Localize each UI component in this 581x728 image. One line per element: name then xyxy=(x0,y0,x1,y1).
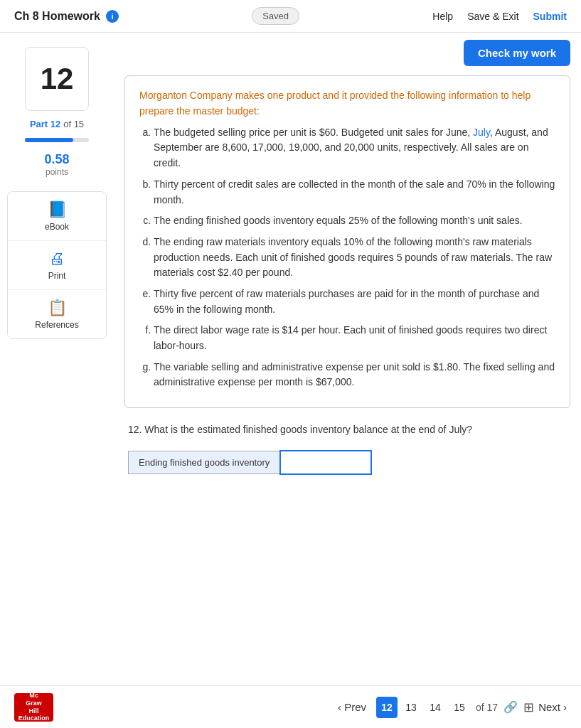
info-intro-text: Morganton Company makes one product and … xyxy=(139,90,531,117)
question-number-card: 12 xyxy=(25,47,89,111)
sidebar-tools: 📘 eBook 🖨 Print 📋 References xyxy=(7,191,107,339)
header: Ch 8 Homework i Saved Help Save & Exit S… xyxy=(0,0,581,33)
progress-bar-container xyxy=(25,138,89,142)
logo-line4: Education xyxy=(18,714,50,722)
list-item-b: Thirty percent of credit sales are colle… xyxy=(154,177,555,208)
page-12[interactable]: 12 xyxy=(376,697,398,718)
ebook-icon: 📘 xyxy=(48,200,67,219)
sidebar: 12 Part 12 of 15 0.58 points 📘 eBook 🖨 P… xyxy=(0,40,114,475)
help-link[interactable]: Help xyxy=(432,11,453,22)
ebook-tool[interactable]: 📘 eBook xyxy=(8,192,106,241)
references-tool[interactable]: 📋 References xyxy=(8,290,106,338)
ebook-label: eBook xyxy=(45,222,69,232)
list-item-d: The ending raw materials inventory equal… xyxy=(154,235,555,281)
submit-button[interactable]: Submit xyxy=(533,11,567,22)
footer-nav: Mc Graw Hill Education ‹ Prev 12 13 14 1… xyxy=(0,685,581,728)
page-15[interactable]: 15 xyxy=(449,697,470,718)
header-right: Help Save & Exit Submit xyxy=(432,11,567,22)
points-label: points xyxy=(44,167,69,177)
question-area: 12. What is the estimated finished goods… xyxy=(124,422,570,475)
logo-line3: Hill xyxy=(28,707,38,715)
nav-pages: 12 13 14 15 of 17 🔗 ⊞ xyxy=(376,697,534,718)
list-item-f: The direct labor wage rate is $14 per ho… xyxy=(154,323,555,353)
mcgraw-logo: Mc Graw Hill Education xyxy=(14,693,53,722)
list-item-a: The budgeted selling price per unit is $… xyxy=(154,125,555,171)
question-text: 12. What is the estimated finished goods… xyxy=(128,422,567,437)
progress-bar-fill xyxy=(25,138,73,142)
logo-line2: Graw xyxy=(26,700,42,707)
answer-table: Ending finished goods inventory xyxy=(128,450,567,475)
references-label: References xyxy=(35,320,78,330)
save-exit-link[interactable]: Save & Exit xyxy=(467,11,518,22)
print-tool[interactable]: 🖨 Print xyxy=(8,241,106,290)
print-label: Print xyxy=(48,271,66,281)
points-container: 0.58 points xyxy=(44,152,69,177)
list-item-c: The ending finished goods inventory equa… xyxy=(154,213,555,229)
main-layout: 12 Part 12 of 15 0.58 points 📘 eBook 🖨 P… xyxy=(0,33,581,482)
answer-input[interactable] xyxy=(279,450,372,475)
page-title: Ch 8 Homework xyxy=(14,10,100,23)
info-icon[interactable]: i xyxy=(106,10,119,23)
nav-controls: ‹ Prev 12 13 14 15 of 17 🔗 ⊞ Next › xyxy=(332,697,567,718)
logo-line1: Mc xyxy=(29,692,38,700)
list-item-g: The variable selling and administrative … xyxy=(154,360,555,390)
question-number-inline: 12 xyxy=(128,424,139,435)
saved-badge: Saved xyxy=(252,7,299,25)
info-intro: Morganton Company makes one product and … xyxy=(139,87,555,119)
content-area: Check my work Morganton Company makes on… xyxy=(114,40,581,475)
page-of: of 17 xyxy=(476,702,498,713)
part-of: of 15 xyxy=(63,119,84,129)
part-label: Part 12 xyxy=(30,119,60,129)
references-icon: 📋 xyxy=(48,299,67,317)
part-info: Part 12 of 15 xyxy=(30,118,84,129)
question-number: 12 xyxy=(41,62,74,96)
points-value: 0.58 xyxy=(44,152,69,167)
grid-icon[interactable]: ⊞ xyxy=(523,700,534,715)
prev-button[interactable]: ‹ Prev xyxy=(332,698,372,716)
info-box: Morganton Company makes one product and … xyxy=(124,75,570,408)
answer-label: Ending finished goods inventory xyxy=(128,451,279,474)
info-list: The budgeted selling price per unit is $… xyxy=(139,125,555,390)
check-work-button[interactable]: Check my work xyxy=(464,40,570,66)
link-icon: 🔗 xyxy=(503,700,518,714)
list-item-e: Thirty five percent of raw materials pur… xyxy=(154,287,555,317)
page-13[interactable]: 13 xyxy=(400,697,422,718)
print-icon: 🖨 xyxy=(49,250,65,268)
page-14[interactable]: 14 xyxy=(425,697,446,718)
next-button[interactable]: Next › xyxy=(538,701,567,713)
header-left: Ch 8 Homework i xyxy=(14,10,119,23)
